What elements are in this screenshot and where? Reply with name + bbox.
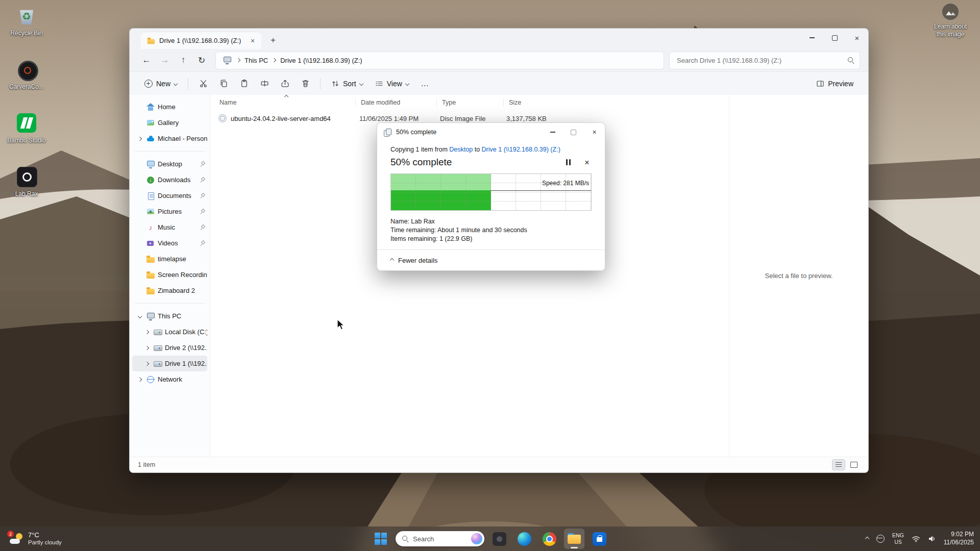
breadcrumb-drive[interactable]: Drive 1 (\\192.168.0.39) (Z:) [280,57,362,64]
column-header-date-modified[interactable]: Date modified [356,98,437,107]
maximize-button[interactable] [823,29,846,47]
explorer-search-box[interactable] [669,52,860,69]
sidebar-item-pictures[interactable]: Pictures [132,204,207,219]
chevron-right-icon[interactable] [143,346,151,349]
hidden-icons-chevron[interactable] [865,537,869,541]
file-explorer-icon [567,533,581,544]
dialog-close-button[interactable]: × [584,123,605,141]
sidebar-item-label: This PC [158,312,207,320]
column-header-name[interactable]: Name [218,98,356,107]
chevron-right-icon[interactable] [136,137,143,140]
more-options-button[interactable]: … [415,75,435,92]
sidebar-item-home[interactable]: Home [132,99,207,115]
cancel-copy-button[interactable]: × [584,158,590,167]
language-indicator[interactable]: ENG US [892,532,904,545]
view-button[interactable]: View [370,75,414,92]
cut-button[interactable] [193,75,213,92]
desktop-icon-carveraco[interactable]: CarveraCo... [3,59,50,91]
chrome-button[interactable] [539,529,559,549]
column-header-size[interactable]: Size [504,98,580,107]
forward-button[interactable]: → [156,52,174,69]
explorer-navigation-bar: ← → ↑ ↻ This PC Drive 1 (\\192.168.0.39)… [130,49,868,71]
tray-globe-icon[interactable] [876,535,885,543]
sidebar-item-videos[interactable]: Videos [132,235,207,251]
rename-button[interactable] [255,75,274,92]
copy-description-middle: to [473,146,481,153]
source-link[interactable]: Desktop [449,146,473,153]
language-region: US [894,539,902,545]
sidebar-item-gallery[interactable]: Gallery [132,115,207,131]
share-button[interactable] [275,75,295,92]
sidebar-item-local-disk-c[interactable]: Local Disk (C:) [132,324,207,340]
close-button[interactable]: × [846,29,868,47]
chevron-right-icon[interactable] [143,331,151,334]
dialog-maximize-button[interactable] [563,123,584,141]
tab-close-icon[interactable]: × [248,37,257,45]
learn-about-image-badge[interactable]: Learn about this image [928,3,973,38]
fewer-details-button[interactable]: Fewer details [377,249,605,270]
taskbar-weather-widget[interactable]: 2 7°C Partly cloudy [6,527,65,551]
pin-icon [199,161,205,167]
search-input[interactable] [676,56,843,65]
file-explorer-button[interactable] [564,529,584,549]
up-button[interactable]: ↑ [175,52,192,69]
copy-progress-dialog: 50% complete × Copying 1 item from Deskt… [377,122,605,271]
sidebar-item-timelapse[interactable]: timelapse [132,251,207,267]
music-icon [145,223,156,232]
sidebar-item-this-pc[interactable]: This PC [132,308,207,324]
desktop-icon-recycle-bin[interactable]: Recycle Bin [3,5,50,37]
sidebar-item-label: Drive 2 (\\192.168 [165,344,207,352]
file-size: 3,137,758 KB [501,115,578,122]
sidebar-item-drive-2-192-168[interactable]: Drive 2 (\\192.168 [132,340,207,356]
sidebar-item-zimaboard-2[interactable]: Zimaboard 2 [132,283,207,298]
edge-button[interactable] [514,529,534,549]
sidebar-item-downloads[interactable]: Downloads [132,172,207,188]
volume-icon[interactable] [928,535,936,542]
desktop-icon-lab-rax[interactable]: Lab Rax [3,166,50,198]
back-button[interactable]: ← [138,52,155,69]
microsoft-store-button[interactable] [589,529,609,549]
taskbar-clock[interactable]: 9:02 PM 11/06/2025 [944,531,974,546]
delete-button[interactable] [296,75,315,92]
chevron-down-icon[interactable] [136,315,143,318]
new-button[interactable]: New [139,75,183,92]
taskbar-search-box[interactable]: Search [396,531,484,546]
minimize-button[interactable] [801,29,823,47]
notification-badge: 2 [7,531,14,537]
sidebar-item-network[interactable]: Network [132,371,207,387]
sort-button[interactable]: Sort [326,75,369,92]
destination-link[interactable]: Drive 1 (\\192.168.0.39) (Z:) [482,146,560,153]
pause-button[interactable] [566,159,571,165]
sidebar-item-michael-personal[interactable]: Michael - Personal [132,131,207,146]
breadcrumb-this-pc[interactable]: This PC [244,57,268,64]
copy-button[interactable] [214,75,233,92]
disk-icon [153,328,163,337]
refresh-button[interactable]: ↻ [193,52,210,69]
new-tab-button[interactable]: + [265,33,281,48]
thumbnail-view-toggle[interactable] [848,460,860,470]
folder-icon [145,286,156,295]
sidebar-item-screen-recordings[interactable]: Screen Recordings [132,267,207,283]
sidebar-item-label: Home [158,103,207,111]
desktop-icon-bambu-studio[interactable]: Bambu Studio [3,112,50,144]
paste-button[interactable] [234,75,254,92]
breadcrumb[interactable]: This PC Drive 1 (\\192.168.0.39) (Z:) [215,52,664,69]
sidebar-item-label: Zimaboard 2 [158,287,207,294]
share-icon [281,79,289,88]
chevron-right-icon[interactable] [136,378,143,381]
sidebar-item-desktop[interactable]: Desktop [132,156,207,172]
preview-toggle-button[interactable]: Preview [811,75,859,92]
wifi-icon[interactable] [912,536,920,542]
details-view-toggle[interactable] [832,460,845,470]
toolbar-divider [188,78,188,89]
start-button[interactable] [371,529,391,549]
sidebar-item-drive-1-192-168[interactable]: Drive 1 (\\192.168 [132,356,207,371]
chevron-right-icon[interactable] [143,362,151,365]
pinned-app-button[interactable] [489,529,509,549]
sidebar-item-documents[interactable]: Documents [132,188,207,204]
copilot-icon[interactable] [471,533,482,544]
dialog-minimize-button[interactable] [542,123,563,141]
sidebar-item-music[interactable]: Music [132,219,207,235]
explorer-tab[interactable]: Drive 1 (\\192.168.0.39) (Z:) × [141,32,261,49]
column-header-type[interactable]: Type [437,98,504,107]
